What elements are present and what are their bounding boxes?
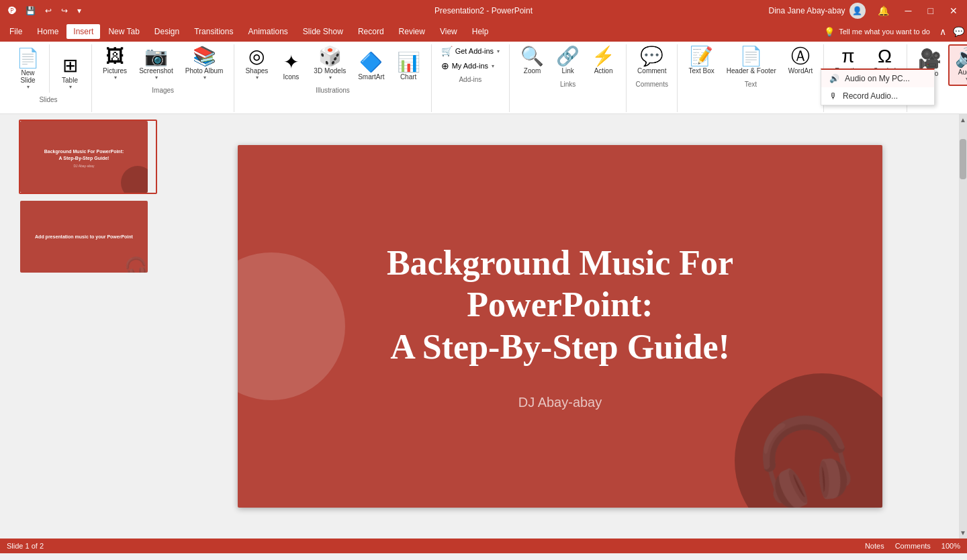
action-btn[interactable]: ⚡ Action xyxy=(586,44,620,77)
thumb1-deco xyxy=(121,166,148,193)
close-btn[interactable]: ✕ xyxy=(946,4,962,17)
table-label: Table xyxy=(62,77,78,84)
record-audio-label: Record Audio... xyxy=(843,91,898,101)
collapse-ribbon-btn[interactable]: ∧ xyxy=(939,26,946,37)
shapes-label: Shapes xyxy=(245,67,268,75)
redo-btn[interactable]: ↪ xyxy=(58,5,71,17)
textbox-btn[interactable]: 📝 Text Box xyxy=(683,44,719,77)
comment-btn[interactable]: 💬 Comment xyxy=(632,44,672,77)
new-slide-btn[interactable]: 📄 NewSlide ▾ xyxy=(11,46,45,93)
smartart-btn[interactable]: 🔷 SmartArt xyxy=(353,50,389,83)
screenshot-btn[interactable]: 📷 Screenshot ▾ xyxy=(134,44,179,83)
menu-transitions[interactable]: Transitions xyxy=(187,24,240,39)
save-btn[interactable]: 💾 xyxy=(23,5,38,17)
audio-on-pc-btn[interactable]: 🔊 Audio on My PC... xyxy=(821,70,934,87)
action-label: Action xyxy=(594,67,613,75)
menu-view[interactable]: View xyxy=(433,24,464,39)
sep1 xyxy=(49,44,50,93)
link-btn[interactable]: 🔗 Link xyxy=(551,44,585,77)
my-addins-icon: ⊕ xyxy=(441,60,449,71)
menu-slideshow[interactable]: Slide Show xyxy=(296,24,350,39)
header-footer-btn[interactable]: 📄 Header & Footer xyxy=(721,44,782,77)
scroll-up-btn[interactable]: ▲ xyxy=(960,114,966,126)
scroll-down-btn[interactable]: ▼ xyxy=(960,527,966,539)
images-group-items: 🖼 Pictures ▾ 📷 Screenshot ▾ 📚 Photo Albu… xyxy=(97,44,228,83)
photo-album-btn[interactable]: 📚 Photo Album ▾ xyxy=(180,44,229,83)
maximize-btn[interactable]: □ xyxy=(924,4,937,17)
comments-btn-status[interactable]: Comments xyxy=(895,542,931,550)
user-area: Dina Jane Abay-abay 👤 xyxy=(769,3,866,19)
thumb2-content: Add presentation music to your PowerPoin… xyxy=(30,228,138,245)
ribbon-group-comments: 💬 Comment Comments xyxy=(627,44,678,112)
link-label: Link xyxy=(561,67,573,75)
menu-record[interactable]: Record xyxy=(351,24,391,39)
slide-container[interactable]: 🎧 Background Music For PowerPoint: A Ste… xyxy=(238,145,882,508)
icons-btn[interactable]: ✦ Icons xyxy=(275,50,307,83)
audio-label: Audio xyxy=(958,68,967,76)
user-name: Dina Jane Abay-abay xyxy=(769,6,845,15)
pictures-icon: 🖼 xyxy=(105,47,124,66)
wordart-btn[interactable]: Ⓐ WordArt xyxy=(783,44,819,77)
zoom-label: Zoom xyxy=(524,67,541,75)
notes-btn[interactable]: Notes xyxy=(865,542,884,550)
ribbon-group-text: 📝 Text Box 📄 Header & Footer Ⓐ WordArt T… xyxy=(678,44,824,112)
window-title: Presentation2 - PowerPoint xyxy=(434,6,533,15)
my-addins-btn[interactable]: ⊕ My Add-ins ▾ xyxy=(437,59,498,73)
my-addins-arrow: ▾ xyxy=(492,63,494,69)
record-icon: 🎙 xyxy=(829,91,837,101)
slide-thumb-1[interactable]: Background Music For PowerPoint:A Step-B… xyxy=(19,120,157,194)
thumb1-author: DJ Abay-abay xyxy=(42,164,127,168)
text-group-items: 📝 Text Box 📄 Header & Footer Ⓐ WordArt xyxy=(683,44,818,77)
symbol-icon: Ω xyxy=(878,47,892,66)
thumb1-title: Background Music For PowerPoint:A Step-B… xyxy=(42,146,127,163)
comments-group-items: 💬 Comment xyxy=(632,44,672,77)
menu-animations[interactable]: Animations xyxy=(241,24,294,39)
menu-new-tab[interactable]: New Tab xyxy=(101,24,146,39)
comments-btn[interactable]: 💬 xyxy=(953,26,964,37)
ribbon-group-slides: 📄 NewSlide ▾ ⊞ Table ▾ Slides xyxy=(5,44,92,112)
minimize-btn[interactable]: ─ xyxy=(901,4,916,17)
thumb1-content: Background Music For PowerPoint:A Step-B… xyxy=(42,146,127,167)
wordart-label: WordArt xyxy=(788,67,813,75)
menu-design[interactable]: Design xyxy=(148,24,186,39)
workspace: 1 Background Music For PowerPoint:A Step… xyxy=(0,114,967,539)
scroll-thumb[interactable] xyxy=(960,139,966,179)
menu-review[interactable]: Review xyxy=(392,24,432,39)
get-addins-btn[interactable]: 🛒 Get Add-ins ▾ xyxy=(437,44,504,58)
status-bar: Slide 1 of 2 Notes Comments 100% xyxy=(0,539,967,553)
images-group-label: Images xyxy=(97,85,228,94)
zoom-btn[interactable]: 🔍 Zoom xyxy=(515,44,549,77)
photo-album-icon: 📚 xyxy=(193,47,216,66)
ribbon-group-links: 🔍 Zoom 🔗 Link ⚡ Action Links xyxy=(510,44,627,112)
3d-models-label: 3D Models xyxy=(314,67,346,75)
links-group-items: 🔍 Zoom 🔗 Link ⚡ Action xyxy=(515,44,620,77)
slide-thumb-2[interactable]: Add presentation music to your PowerPoin… xyxy=(19,199,157,274)
notifications-icon[interactable]: 🔔 xyxy=(874,4,893,17)
slide-thumb-container-2: 2 Add presentation music to your PowerPo… xyxy=(4,199,157,274)
menu-file[interactable]: File xyxy=(3,24,29,39)
pictures-btn[interactable]: 🖼 Pictures ▾ xyxy=(97,44,132,83)
addins-group-items: 🛒 Get Add-ins ▾ ⊕ My Add-ins ▾ xyxy=(437,44,504,73)
title-bar-right: Dina Jane Abay-abay 👤 🔔 ─ □ ✕ xyxy=(769,3,962,19)
menu-insert[interactable]: Insert xyxy=(66,24,100,39)
header-footer-icon: 📄 xyxy=(739,47,763,66)
record-audio-btn[interactable]: 🎙 Record Audio... xyxy=(821,87,934,105)
shapes-arrow: ▾ xyxy=(256,75,259,81)
table-btn[interactable]: ⊞ Table ▾ xyxy=(54,54,86,93)
vertical-scrollbar[interactable]: ▲ ▼ xyxy=(959,114,967,539)
table-arrow: ▾ xyxy=(69,84,72,90)
undo-btn[interactable]: ↩ xyxy=(42,5,54,17)
shapes-btn[interactable]: ◎ Shapes ▾ xyxy=(240,44,273,83)
slide-thumb-inner-1: Background Music For PowerPoint:A Step-B… xyxy=(20,121,148,193)
menu-help[interactable]: Help xyxy=(465,24,496,39)
audio-btn[interactable]: 🔊 Audio ▾ xyxy=(948,44,967,86)
menu-home[interactable]: Home xyxy=(30,24,65,39)
slides-group-label: Slides xyxy=(11,94,86,103)
photo-album-arrow: ▾ xyxy=(203,75,206,81)
slide-panel: 1 Background Music For PowerPoint:A Step… xyxy=(0,114,161,539)
3d-models-btn[interactable]: 🎲 3D Models ▾ xyxy=(308,44,351,83)
chart-btn[interactable]: 📊 Chart xyxy=(392,50,426,83)
slide-count-info: Slide 1 of 2 xyxy=(7,542,44,550)
main-area: 🎧 Background Music For PowerPoint: A Ste… xyxy=(161,114,959,539)
customize-qat-btn[interactable]: ▾ xyxy=(75,5,84,17)
